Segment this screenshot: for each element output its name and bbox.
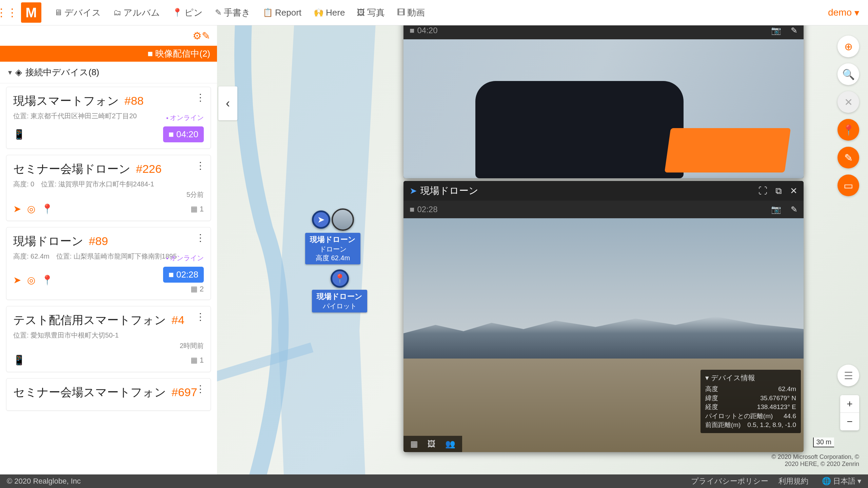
device-location: 位置: 愛知県豊田市中根町大切50-1 — [13, 331, 204, 340]
grid-view-icon[interactable]: ▦ — [410, 439, 418, 449]
copyright: © 2020 Realglobe, Inc — [7, 477, 81, 486]
video1-time: 04:20 — [417, 26, 438, 35]
online-status: オンライン — [166, 253, 204, 263]
apps-grid-icon[interactable]: ⋮⋮⋮ — [5, 6, 19, 19]
video2-body[interactable]: ▾デバイス情報 高度62.4m緯度35.67679° N経度138.48123°… — [403, 218, 804, 452]
device-hash: #89 — [89, 235, 108, 248]
info-row: パイロットとの距離(m)44.6 — [705, 412, 796, 421]
device-name: 現場ドローン — [13, 233, 83, 249]
video2-title: 現場ドローン — [420, 184, 758, 197]
fullscreen-icon[interactable]: ⛶ — [758, 186, 767, 196]
device-card[interactable]: セミナー会場スマートフォン #697⋮ — [6, 378, 211, 411]
close-icon[interactable]: ✕ — [790, 186, 797, 196]
card-menu-icon[interactable]: ⋮ — [196, 311, 205, 322]
recording-badge[interactable]: ■ 02:28 — [163, 267, 204, 283]
edit-icon[interactable]: ✎ — [791, 26, 797, 35]
share-icon[interactable]: 👥 — [445, 439, 455, 449]
nav-arrow-icon: ➤ — [410, 186, 417, 196]
cube-icon: ◈ — [15, 67, 22, 78]
nav-video[interactable]: 🎞動画 — [391, 7, 431, 19]
zoom-control: + − — [840, 395, 859, 430]
device-type-icon: 📱 — [13, 354, 25, 366]
draw-tool-button[interactable]: ✎ — [837, 147, 859, 168]
target-icon: ◎ — [27, 203, 35, 215]
image-icon[interactable]: 🖼 — [428, 439, 436, 449]
drone-pin-icon: ➤ — [312, 210, 330, 229]
locate-button[interactable]: ⊕ — [837, 36, 859, 57]
item-count: ▦ 1 — [191, 356, 204, 365]
map-tool-column: ⊕ 🔍 ✕ 📍 ✎ ▭ — [837, 36, 859, 196]
card-menu-icon[interactable]: ⋮ — [196, 232, 205, 243]
device-name: 現場スマートフォン — [13, 93, 119, 109]
device-type-icon: 📱 — [13, 129, 25, 140]
terms-link[interactable]: 利用規約 — [778, 476, 808, 486]
info-row: 経度138.48123° E — [705, 403, 796, 412]
device-hash: #88 — [124, 94, 144, 107]
close-tool-button[interactable]: ✕ — [837, 91, 859, 113]
marker-pilot-label: 現場ドローン パイロット — [312, 290, 367, 312]
popout-icon[interactable]: ⧉ — [775, 186, 782, 196]
info-row: 高度62.4m — [705, 385, 796, 394]
chevron-down-icon[interactable]: ▾ — [705, 374, 709, 382]
footer: © 2020 Realglobe, Inc プライバシーポリシー 利用規約 🌐日… — [0, 474, 868, 488]
nav-handwrite[interactable]: ✎手書き — [209, 7, 257, 19]
item-count: ▦ 2 — [191, 285, 204, 293]
card-menu-icon[interactable]: ⋮ — [196, 383, 205, 394]
video2-bottom-bar: ▦ 🖼 👥 — [403, 436, 462, 452]
time-ago: 5分前 — [13, 190, 204, 199]
device-card[interactable]: 現場ドローン #89⋮高度: 62.4m 位置: 山梨県韮崎市龍岡町下條南割18… — [6, 227, 211, 300]
camera-icon[interactable]: 📷 — [771, 26, 781, 35]
time-ago: 2時間前 — [13, 341, 204, 350]
camera-icon[interactable]: 📷 — [771, 205, 781, 214]
device-sidebar: ⚙✎ ■ 映像配信中(2) ▾ ◈ 接続中デバイス(8) 現場スマートフォン #… — [0, 25, 217, 474]
user-menu[interactable]: demo ▾ — [828, 7, 863, 18]
connected-devices-header[interactable]: ▾ ◈ 接続中デバイス(8) — [0, 62, 217, 83]
nav-report[interactable]: 📋Report — [257, 7, 308, 18]
device-hash: #697 — [172, 386, 197, 399]
nav-album[interactable]: 🗂アルバム — [107, 7, 166, 19]
device-name: セミナー会場スマートフォン — [13, 385, 166, 400]
nav-photo[interactable]: 🖼写真 — [351, 7, 391, 19]
nav-icon: ➤ — [13, 203, 21, 215]
marker-drone-label: 現場ドローン ドローン 高度 62.4m — [305, 233, 360, 264]
zoom-out-button[interactable]: − — [840, 413, 859, 430]
nav-pin[interactable]: 📍ピン — [166, 7, 209, 19]
gear-icon[interactable]: ⚙✎ — [193, 30, 210, 42]
target-icon: ◎ — [27, 274, 35, 286]
info-row: 前面距離(m)0.5, 1.2, 8.9, -1.0 — [705, 421, 796, 430]
privacy-link[interactable]: プライバシーポリシー — [691, 476, 768, 486]
streaming-banner[interactable]: ■ 映像配信中(2) — [0, 46, 217, 62]
video-panel-drone: ➤ 現場ドローン ⛶ ⧉ ✕ ■02:28 📷 ✎ ▾デバイス情報 高度62.4… — [403, 181, 804, 452]
map-marker-drone[interactable]: ➤ 現場ドローン ドローン 高度 62.4m — [305, 208, 360, 264]
device-location: 高度: 0 位置: 滋賀県甲賀市水口町牛飼2484-1 — [13, 180, 204, 189]
search-button[interactable]: 🔍 — [837, 63, 859, 85]
device-card[interactable]: テスト配信用スマートフォン #4⋮位置: 愛知県豊田市中根町大切50-12時間前… — [6, 306, 211, 372]
layers-button[interactable]: ☰ — [837, 365, 859, 386]
rec-icon: ■ — [410, 205, 415, 214]
video1-body[interactable] — [403, 39, 804, 178]
online-status: オンライン — [166, 113, 204, 122]
card-menu-icon[interactable]: ⋮ — [196, 92, 205, 103]
card-menu-icon[interactable]: ⋮ — [196, 160, 205, 171]
here-icon: 🙌 — [314, 8, 324, 17]
zoom-in-button[interactable]: + — [840, 395, 859, 413]
device-card[interactable]: 現場スマートフォン #88⋮位置: 東京都千代田区神田三崎町2丁目20オンライン… — [6, 87, 211, 149]
nav-device[interactable]: 🖥デバイス — [48, 7, 107, 19]
video-icon: 🎞 — [397, 8, 405, 17]
pin-tool-button[interactable]: 📍 — [837, 119, 859, 141]
map-marker-pilot[interactable]: 📍 現場ドローン パイロット — [312, 269, 367, 312]
recording-badge[interactable]: ■ 04:20 — [163, 126, 204, 142]
collapse-sidebar-button[interactable]: ‹ — [218, 86, 237, 120]
location-icon: 📍 — [41, 274, 53, 286]
map-scale: 30 m — [813, 438, 834, 447]
device-card[interactable]: セミナー会場ドローン #226⋮高度: 0 位置: 滋賀県甲賀市水口町牛飼248… — [6, 155, 211, 221]
shape-tool-button[interactable]: ▭ — [837, 175, 859, 196]
edit-icon[interactable]: ✎ — [791, 205, 797, 214]
device-hash: #226 — [136, 162, 162, 176]
app-logo[interactable]: M — [21, 2, 41, 23]
nav-here[interactable]: 🙌Here — [308, 7, 351, 18]
language-selector[interactable]: 🌐日本語 ▾ — [822, 476, 861, 486]
device-list[interactable]: 現場スマートフォン #88⋮位置: 東京都千代田区神田三崎町2丁目20オンライン… — [0, 83, 217, 474]
report-icon: 📋 — [263, 8, 273, 17]
info-row: 緯度35.67679° N — [705, 394, 796, 403]
